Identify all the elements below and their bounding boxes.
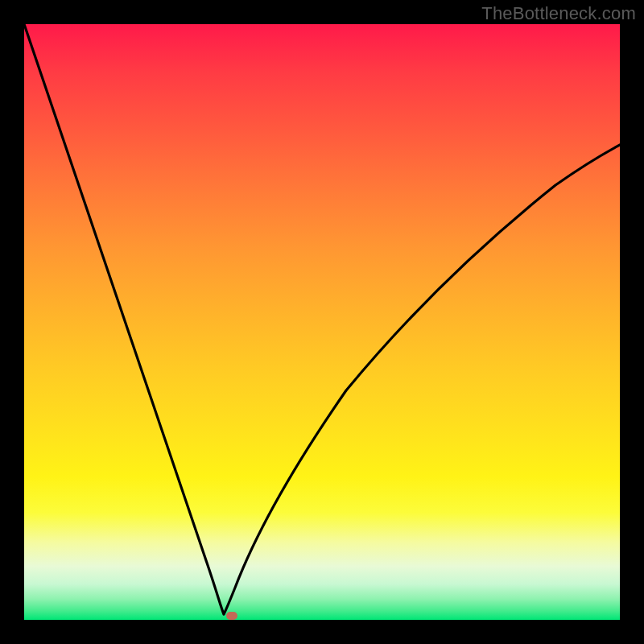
bottleneck-curve <box>24 24 620 620</box>
attribution-text: TheBottleneck.com <box>481 3 636 24</box>
chart-frame: TheBottleneck.com <box>0 0 644 644</box>
plot-area <box>24 24 620 620</box>
optimal-point-marker <box>226 612 237 620</box>
